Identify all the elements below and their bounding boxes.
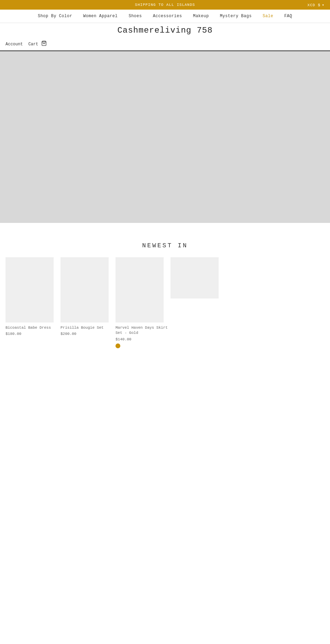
product-grid: Bicoastal Babe Dress$180.00Prisilla Boug…	[0, 257, 330, 358]
account-cart-bar: Account Cart	[0, 38, 330, 51]
nav-item-women-apparel[interactable]: Women Apparel	[83, 14, 118, 19]
cart-link[interactable]: Cart	[28, 41, 47, 48]
nav-item-shoes[interactable]: Shoes	[129, 14, 142, 19]
product-price: $140.00	[116, 337, 170, 341]
account-link[interactable]: Account	[6, 42, 23, 47]
cart-icon	[41, 41, 47, 48]
product-image	[6, 257, 54, 323]
site-title: Cashmereliving 758	[0, 23, 330, 38]
product-name: Prisilla Bougie Set	[60, 325, 116, 330]
hero-banner	[0, 51, 330, 223]
nav-item-accessories[interactable]: Accessories	[153, 14, 182, 19]
product-price: $200.00	[60, 332, 116, 336]
product-image	[60, 257, 109, 323]
product-card[interactable]: Bicoastal Babe Dress$180.00	[6, 257, 60, 350]
section-gap	[0, 223, 330, 237]
product-card[interactable]	[170, 257, 226, 350]
product-card[interactable]: Prisilla Bougie Set$200.00	[60, 257, 116, 350]
newest-in-section: NEWEST IN Bicoastal Babe Dress$180.00Pri…	[0, 237, 330, 358]
nav-item-sale[interactable]: Sale	[263, 14, 273, 19]
cart-label: Cart	[28, 42, 38, 47]
product-name: Bicoastal Babe Dress	[6, 325, 60, 330]
product-image	[116, 257, 164, 323]
nav-item-makeup[interactable]: Makeup	[193, 14, 209, 19]
color-swatch[interactable]	[116, 343, 120, 348]
currency-selector[interactable]: XCD $ ▾	[307, 3, 324, 7]
announcement-bar: SHIPPING TO ALL ISLANDS XCD $ ▾	[0, 0, 330, 10]
newest-in-heading: NEWEST IN	[0, 237, 330, 257]
nav-item-faq[interactable]: FAQ	[284, 14, 292, 19]
product-image	[170, 257, 219, 298]
product-name: Marvel Haven Days Skirt Set - Gold	[116, 325, 170, 336]
product-card[interactable]: Marvel Haven Days Skirt Set - Gold$140.0…	[116, 257, 170, 350]
main-navigation: Shop By ColorWomen ApparelShoesAccessori…	[0, 10, 330, 23]
currency-label: XCD $	[307, 3, 320, 7]
announcement-text: SHIPPING TO ALL ISLANDS	[135, 3, 195, 7]
nav-item-shop-by-color[interactable]: Shop By Color	[38, 14, 72, 19]
currency-arrow-icon: ▾	[322, 3, 324, 7]
nav-item-mystery-bags[interactable]: Mystery Bags	[220, 14, 252, 19]
product-price: $180.00	[6, 332, 60, 336]
